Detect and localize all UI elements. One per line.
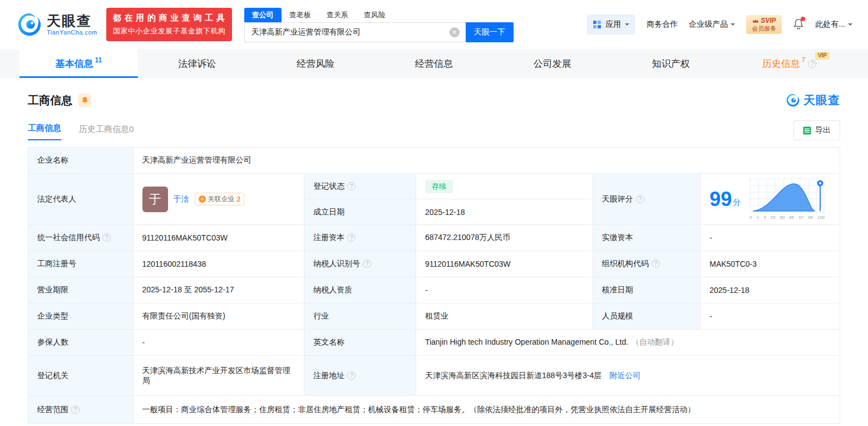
tianyancha-watermark: 天眼查 bbox=[786, 92, 840, 108]
label-company-name: 企业名称 bbox=[28, 148, 134, 174]
help-icon[interactable]: ? bbox=[347, 233, 356, 242]
menu-enterprise-products[interactable]: 企业级产品 bbox=[689, 19, 735, 30]
help-icon[interactable]: ? bbox=[347, 371, 356, 380]
table-row: 登记机关 天津滨海高新技术产业开发区市场监督管理局 注册地址? 天津滨海高新区滨… bbox=[28, 356, 840, 396]
slogan-box: 都在用的商业查询工具 国家中小企业发展子基金旗下机构 bbox=[106, 8, 232, 41]
label-org-code: 组织机构代码? bbox=[593, 251, 701, 277]
menu-cooperation[interactable]: 商务合作 bbox=[647, 19, 678, 30]
help-icon[interactable]: ? bbox=[808, 60, 816, 68]
nearby-companies-link[interactable]: 附近公司 bbox=[609, 371, 640, 380]
score-curve-chart bbox=[749, 178, 825, 213]
search-tab-company[interactable]: 查公司 bbox=[244, 8, 282, 22]
top-bar: 天眼查 TianYanCha.com 都在用的商业查询工具 国家中小企业发展子基… bbox=[0, 0, 868, 49]
tianyancha-logo[interactable]: 天眼查 TianYanCha.com bbox=[17, 12, 97, 37]
sub-tabs: 工商信息 历史工商信息0 导出 bbox=[28, 120, 840, 140]
search-button[interactable]: 天眼一下 bbox=[466, 22, 514, 42]
help-icon[interactable]: ? bbox=[102, 233, 111, 242]
notification-bell[interactable] bbox=[793, 18, 804, 32]
apps-grid-icon bbox=[593, 20, 601, 29]
crown-icon bbox=[752, 18, 759, 23]
user-menu[interactable]: 此处有... bbox=[815, 19, 852, 30]
search-box: ✕ 天眼一下 bbox=[244, 22, 514, 42]
tab-business-info[interactable]: 经营信息 bbox=[375, 49, 494, 78]
value-business-term: 2025-12-18 至 2055-12-17 bbox=[133, 277, 304, 303]
search-input[interactable] bbox=[244, 22, 466, 42]
excel-icon bbox=[803, 126, 811, 135]
logo-cn: 天眼查 bbox=[47, 13, 97, 29]
help-icon[interactable]: ? bbox=[363, 259, 371, 268]
legal-rep-name-link[interactable]: 于浛 bbox=[174, 194, 189, 204]
search-area: 查公司 查老板 查关系 查风险 ✕ 天眼一下 bbox=[244, 7, 514, 42]
tab-label: 法律诉讼 bbox=[178, 57, 216, 70]
value-english-name: Tianjin High tech Industry Operation Man… bbox=[416, 330, 840, 356]
related-company-badge[interactable]: 关联企业 2 bbox=[195, 193, 245, 205]
label-reg-status: 登记状态? bbox=[304, 174, 416, 199]
label-business-term: 营业期限 bbox=[28, 277, 134, 303]
help-icon[interactable]: ? bbox=[347, 182, 356, 190]
label-text: 纳税人识别号 bbox=[313, 259, 360, 268]
value-reg-status: 存续 bbox=[416, 174, 593, 199]
value-staff-size: - bbox=[701, 303, 840, 330]
tianyancha-logo-icon bbox=[17, 12, 42, 37]
help-icon[interactable]: ? bbox=[71, 405, 80, 414]
label-taxpayer-quality: 纳税人资质 bbox=[304, 277, 416, 303]
subtab-count: 0 bbox=[129, 124, 134, 134]
announcement-bell[interactable] bbox=[78, 94, 91, 107]
subtab-history-business-info[interactable]: 历史工商信息0 bbox=[79, 124, 134, 140]
svip-badge[interactable]: SVIP 会员服务 bbox=[746, 15, 782, 34]
value-credit-code: 91120116MAK50TC03W bbox=[133, 225, 304, 251]
logo-text: 天眼查 TianYanCha.com bbox=[47, 13, 97, 36]
score-unit: 分 bbox=[733, 198, 741, 208]
help-icon[interactable]: ? bbox=[652, 259, 660, 268]
cooperation-label: 商务合作 bbox=[647, 19, 678, 30]
status-badge: 存续 bbox=[425, 180, 453, 193]
apps-menu[interactable]: 应用 bbox=[586, 14, 635, 35]
tab-history-info[interactable]: VIP 历史信息 7 ? bbox=[730, 49, 849, 78]
notification-dot bbox=[801, 17, 805, 21]
search-tab-boss[interactable]: 查老板 bbox=[282, 8, 319, 22]
tab-operational-risk[interactable]: 经营风险 bbox=[257, 49, 375, 78]
tab-legal-proceedings[interactable]: 法律诉讼 bbox=[138, 49, 257, 78]
table-row: 工商注册号 120116002118438 纳税人识别号? 91120116MA… bbox=[28, 251, 840, 277]
slogan-line2: 国家中小企业发展子基金旗下机构 bbox=[113, 26, 225, 36]
score-chart: 0131550859799100 bbox=[749, 178, 825, 220]
label-industry: 行业 bbox=[304, 303, 416, 330]
value-reg-number: 120116002118438 bbox=[133, 251, 304, 277]
subtab-business-info[interactable]: 工商信息 bbox=[28, 123, 61, 140]
section-title: 工商信息 bbox=[28, 93, 72, 108]
tab-company-development[interactable]: 公司发展 bbox=[493, 49, 611, 78]
related-label: 关联企业 bbox=[208, 194, 235, 204]
value-business-scope: 一般项目：商业综合体管理服务；住房租赁；非居住房地产租赁；机械设备租赁；停车场服… bbox=[133, 396, 840, 424]
vip-tag: VIP bbox=[815, 52, 830, 60]
value-taxpayer-id: 91120116MAK50TC03W bbox=[416, 251, 593, 277]
tab-label: 历史信息 bbox=[762, 57, 800, 70]
tab-label: 公司发展 bbox=[534, 57, 571, 70]
value-approval-date: 2025-12-18 bbox=[701, 277, 840, 303]
clear-search-icon[interactable]: ✕ bbox=[450, 27, 460, 37]
search-tab-relation[interactable]: 查关系 bbox=[319, 8, 356, 22]
legal-rep-avatar[interactable]: 于 bbox=[142, 187, 168, 212]
search-tab-risk[interactable]: 查风险 bbox=[356, 8, 393, 22]
tab-label: 经营信息 bbox=[415, 57, 453, 70]
search-tabs: 查公司 查老板 查关系 查风险 bbox=[244, 7, 514, 22]
main-content: 工商信息 天眼查 工商信息 历史工商信息0 bbox=[0, 92, 868, 424]
label-text: 经营范围 bbox=[37, 405, 68, 414]
tab-label: 基本信息 bbox=[56, 57, 93, 70]
svip-top-label: SVIP bbox=[761, 17, 776, 25]
value-org-code: MAK50TC0-3 bbox=[701, 251, 840, 277]
help-icon[interactable]: ? bbox=[636, 195, 644, 203]
table-row: 企业类型 有限责任公司(国有独资) 行业 租赁业 人员规模 - bbox=[28, 303, 840, 330]
tab-intellectual-property[interactable]: 知识产权 bbox=[611, 49, 730, 78]
value-score: 99 分 0131550859799100 bbox=[701, 174, 840, 225]
tab-basic-info[interactable]: 基本信息 11 bbox=[19, 49, 138, 78]
value-reg-capital: 687472.210078万人民币 bbox=[416, 225, 593, 251]
label-insured-count: 参保人数 bbox=[28, 330, 134, 356]
label-reg-address: 注册地址? bbox=[304, 356, 416, 396]
table-row: 参保人数 - 英文名称 Tianjin High tech Industry O… bbox=[28, 330, 840, 356]
export-button[interactable]: 导出 bbox=[793, 120, 840, 140]
label-reg-authority: 登记机关 bbox=[28, 356, 134, 396]
address-text: 天津滨海高新区滨海科技园日新道188号3号楼3-4层 bbox=[425, 371, 601, 380]
announcement-bell-icon bbox=[81, 96, 88, 104]
top-menu: 应用 商务合作 企业级产品 SVIP 会员服务 bbox=[586, 14, 852, 35]
value-company-type: 有限责任公司(国有独资) bbox=[133, 303, 304, 330]
